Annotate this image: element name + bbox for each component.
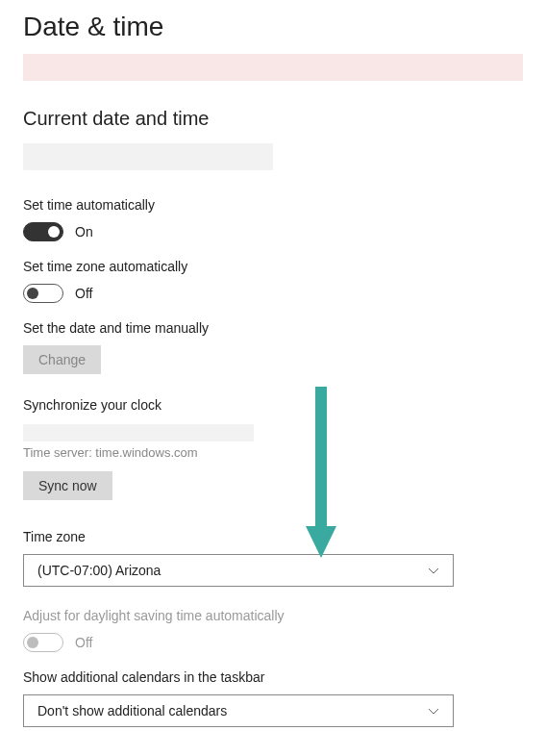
- timezone-dropdown[interactable]: (UTC-07:00) Arizona: [23, 554, 454, 587]
- timezone-label: Time zone: [23, 529, 523, 544]
- calendars-selected: Don't show additional calendars: [37, 703, 227, 718]
- set-time-auto-label: Set time automatically: [23, 197, 523, 213]
- set-tz-auto-label: Set time zone automatically: [23, 259, 523, 274]
- set-tz-auto-state: Off: [75, 286, 92, 301]
- sync-heading: Synchronize your clock: [23, 397, 523, 413]
- calendars-dropdown[interactable]: Don't show additional calendars: [23, 694, 454, 727]
- sync-now-button[interactable]: Sync now: [23, 471, 112, 500]
- timezone-selected: (UTC-07:00) Arizona: [37, 563, 161, 578]
- set-time-auto-toggle[interactable]: [23, 222, 63, 241]
- set-time-auto-state: On: [75, 224, 93, 239]
- chevron-down-icon: [428, 704, 439, 718]
- manual-label: Set the date and time manually: [23, 320, 523, 336]
- calendars-label: Show additional calendars in the taskbar: [23, 669, 523, 685]
- dst-label: Adjust for daylight saving time automati…: [23, 608, 523, 623]
- redacted-datetime: [23, 143, 273, 170]
- change-button[interactable]: Change: [23, 345, 101, 374]
- section-heading: Current date and time: [23, 108, 523, 130]
- redacted-block: [23, 54, 523, 81]
- chevron-down-icon: [428, 564, 439, 578]
- dst-toggle: [23, 633, 63, 652]
- page-title: Date & time: [23, 12, 523, 42]
- redacted-sync-status: [23, 424, 254, 441]
- dst-state: Off: [75, 635, 92, 650]
- time-server-text: Time server: time.windows.com: [23, 445, 523, 460]
- set-tz-auto-toggle[interactable]: [23, 284, 63, 303]
